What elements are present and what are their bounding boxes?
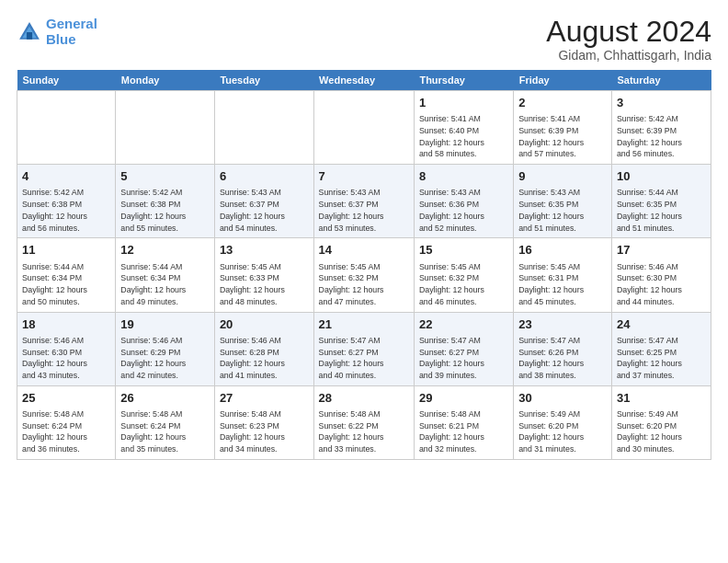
day-number: 13 [220,242,309,259]
calendar-cell: 6Sunrise: 5:43 AM Sunset: 6:37 PM Daylig… [214,165,313,238]
calendar-week-2: 4Sunrise: 5:42 AM Sunset: 6:38 PM Daylig… [17,165,711,238]
calendar-cell: 30Sunrise: 5:49 AM Sunset: 6:20 PM Dayli… [514,385,612,459]
day-number: 2 [518,95,607,111]
day-number: 30 [518,390,607,407]
day-number: 31 [617,390,706,407]
day-number: 4 [22,168,110,185]
calendar-week-1: 1Sunrise: 5:41 AM Sunset: 6:40 PM Daylig… [17,91,711,165]
day-number: 10 [617,168,706,185]
calendar-cell: 27Sunrise: 5:48 AM Sunset: 6:23 PM Dayli… [214,385,313,459]
calendar-cell: 21Sunrise: 5:47 AM Sunset: 6:27 PM Dayli… [313,312,414,385]
calendar-cell: 18Sunrise: 5:46 AM Sunset: 6:30 PM Dayli… [17,312,116,385]
day-number: 22 [419,316,508,333]
day-number: 28 [319,390,409,407]
day-info: Sunrise: 5:43 AM Sunset: 6:37 PM Dayligh… [319,187,409,234]
day-info: Sunrise: 5:47 AM Sunset: 6:27 PM Dayligh… [319,335,409,382]
calendar-cell: 10Sunrise: 5:44 AM Sunset: 6:35 PM Dayli… [611,165,711,238]
day-info: Sunrise: 5:47 AM Sunset: 6:26 PM Dayligh… [518,335,607,382]
day-info: Sunrise: 5:46 AM Sunset: 6:30 PM Dayligh… [617,261,706,308]
calendar-cell: 14Sunrise: 5:45 AM Sunset: 6:32 PM Dayli… [313,238,414,312]
title-block: August 2024 Gidam, Chhattisgarh, India [546,17,711,63]
calendar-cell: 17Sunrise: 5:46 AM Sunset: 6:30 PM Dayli… [611,238,711,312]
day-number: 5 [120,168,210,185]
day-info: Sunrise: 5:48 AM Sunset: 6:24 PM Dayligh… [22,408,110,455]
day-number: 11 [22,242,110,259]
calendar-cell: 1Sunrise: 5:41 AM Sunset: 6:40 PM Daylig… [414,91,513,165]
calendar-cell: 2Sunrise: 5:41 AM Sunset: 6:39 PM Daylig… [514,91,612,165]
day-info: Sunrise: 5:44 AM Sunset: 6:35 PM Dayligh… [617,187,706,234]
col-saturday: Saturday [611,70,711,91]
day-number: 16 [518,242,607,259]
main-title: August 2024 [546,17,711,46]
header-row: Sunday Monday Tuesday Wednesday Thursday… [17,70,711,91]
calendar-cell: 28Sunrise: 5:48 AM Sunset: 6:22 PM Dayli… [313,385,414,459]
day-info: Sunrise: 5:41 AM Sunset: 6:40 PM Dayligh… [419,113,508,160]
day-info: Sunrise: 5:43 AM Sunset: 6:36 PM Dayligh… [419,187,508,234]
calendar-table: Sunday Monday Tuesday Wednesday Thursday… [17,70,711,460]
calendar-cell [214,91,313,165]
calendar-week-5: 25Sunrise: 5:48 AM Sunset: 6:24 PM Dayli… [17,385,711,459]
calendar-cell: 4Sunrise: 5:42 AM Sunset: 6:38 PM Daylig… [17,165,116,238]
day-number: 18 [22,316,110,333]
calendar-cell: 22Sunrise: 5:47 AM Sunset: 6:27 PM Dayli… [414,312,513,385]
day-number: 23 [518,316,607,333]
calendar-cell: 16Sunrise: 5:45 AM Sunset: 6:31 PM Dayli… [514,238,612,312]
day-info: Sunrise: 5:48 AM Sunset: 6:21 PM Dayligh… [419,408,508,455]
calendar-cell: 26Sunrise: 5:48 AM Sunset: 6:24 PM Dayli… [116,385,215,459]
day-number: 7 [319,168,409,185]
calendar-cell: 29Sunrise: 5:48 AM Sunset: 6:21 PM Dayli… [414,385,513,459]
day-number: 27 [220,390,309,407]
day-info: Sunrise: 5:43 AM Sunset: 6:35 PM Dayligh… [518,187,607,234]
calendar-week-4: 18Sunrise: 5:46 AM Sunset: 6:30 PM Dayli… [17,312,711,385]
calendar-cell: 8Sunrise: 5:43 AM Sunset: 6:36 PM Daylig… [414,165,513,238]
day-info: Sunrise: 5:42 AM Sunset: 6:39 PM Dayligh… [617,113,706,160]
day-number: 9 [518,168,607,185]
calendar-cell: 3Sunrise: 5:42 AM Sunset: 6:39 PM Daylig… [611,91,711,165]
day-number: 20 [220,316,309,333]
calendar-cell: 31Sunrise: 5:49 AM Sunset: 6:20 PM Dayli… [611,385,711,459]
day-info: Sunrise: 5:44 AM Sunset: 6:34 PM Dayligh… [120,261,210,308]
day-info: Sunrise: 5:46 AM Sunset: 6:29 PM Dayligh… [120,335,210,382]
calendar-week-3: 11Sunrise: 5:44 AM Sunset: 6:34 PM Dayli… [17,238,711,312]
day-number: 3 [617,95,706,111]
day-info: Sunrise: 5:41 AM Sunset: 6:39 PM Dayligh… [518,113,607,160]
calendar-cell: 13Sunrise: 5:45 AM Sunset: 6:33 PM Dayli… [214,238,313,312]
col-tuesday: Tuesday [214,70,313,91]
day-info: Sunrise: 5:47 AM Sunset: 6:27 PM Dayligh… [419,335,508,382]
calendar-cell: 5Sunrise: 5:42 AM Sunset: 6:38 PM Daylig… [116,165,215,238]
day-info: Sunrise: 5:49 AM Sunset: 6:20 PM Dayligh… [617,408,706,455]
logo-line1: General [46,16,97,31]
day-number: 29 [419,390,508,407]
day-number: 12 [120,242,210,259]
day-info: Sunrise: 5:45 AM Sunset: 6:31 PM Dayligh… [518,261,607,308]
calendar-cell: 19Sunrise: 5:46 AM Sunset: 6:29 PM Dayli… [116,312,215,385]
day-info: Sunrise: 5:42 AM Sunset: 6:38 PM Dayligh… [120,187,210,234]
calendar-cell: 12Sunrise: 5:44 AM Sunset: 6:34 PM Dayli… [116,238,215,312]
calendar-cell [313,91,414,165]
day-info: Sunrise: 5:42 AM Sunset: 6:38 PM Dayligh… [22,187,110,234]
day-info: Sunrise: 5:45 AM Sunset: 6:32 PM Dayligh… [419,261,508,308]
day-info: Sunrise: 5:48 AM Sunset: 6:23 PM Dayligh… [220,408,309,455]
logo-line2: Blue [46,31,76,47]
day-info: Sunrise: 5:46 AM Sunset: 6:28 PM Dayligh… [220,335,309,382]
day-number: 17 [617,242,706,259]
day-info: Sunrise: 5:43 AM Sunset: 6:37 PM Dayligh… [220,187,309,234]
day-number: 25 [22,390,110,407]
day-number: 8 [419,168,508,185]
calendar-cell: 20Sunrise: 5:46 AM Sunset: 6:28 PM Dayli… [214,312,313,385]
svg-rect-2 [27,32,32,40]
page: General Blue August 2024 Gidam, Chhattis… [0,0,728,563]
calendar-cell: 24Sunrise: 5:47 AM Sunset: 6:25 PM Dayli… [611,312,711,385]
calendar-cell: 15Sunrise: 5:45 AM Sunset: 6:32 PM Dayli… [414,238,513,312]
day-info: Sunrise: 5:49 AM Sunset: 6:20 PM Dayligh… [518,408,607,455]
day-info: Sunrise: 5:45 AM Sunset: 6:32 PM Dayligh… [319,261,409,308]
logo-icon [17,19,42,45]
logo-text: General Blue [46,17,97,47]
day-info: Sunrise: 5:47 AM Sunset: 6:25 PM Dayligh… [617,335,706,382]
day-number: 21 [319,316,409,333]
logo: General Blue [17,17,97,47]
day-info: Sunrise: 5:45 AM Sunset: 6:33 PM Dayligh… [220,261,309,308]
day-number: 6 [220,168,309,185]
col-sunday: Sunday [17,70,116,91]
calendar-cell [116,91,215,165]
